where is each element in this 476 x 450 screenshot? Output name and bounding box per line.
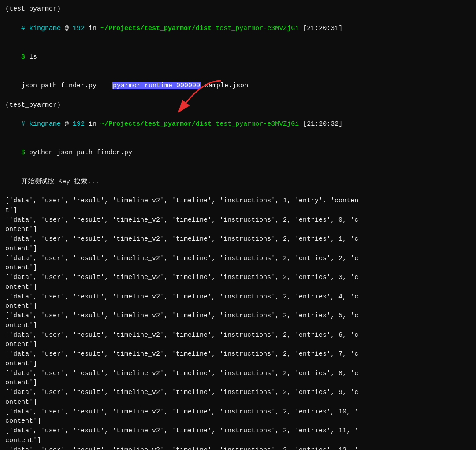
- result-9: ['data', 'user', 'result', 'timeline_v2'…: [5, 369, 471, 379]
- prompt-line-2: # kingname @ 192 in ~/Projects/test_pyar…: [5, 110, 471, 138]
- result-11b: content']: [5, 417, 471, 426]
- search-message: 开始测试按 Key 搜索...: [5, 167, 471, 196]
- result-1: ['data', 'user', 'result', 'timeline_v2'…: [5, 216, 471, 225]
- result-5b: ontent']: [5, 301, 471, 311]
- result-0b: t']: [5, 206, 471, 216]
- result-12: ['data', 'user', 'result', 'timeline_v2'…: [5, 426, 471, 436]
- dollar-1: $: [21, 53, 29, 61]
- result-7b: ontent']: [5, 340, 471, 350]
- result-7: ['data', 'user', 'result', 'timeline_v2'…: [5, 331, 471, 340]
- result-8: ['data', 'user', 'result', 'timeline_v2'…: [5, 350, 471, 359]
- command-line-1: $ ls: [5, 43, 471, 71]
- result-6b: ontent']: [5, 321, 471, 331]
- env-line-1: (test_pyarmor): [5, 4, 471, 14]
- result-13: ['data', 'user', 'result', 'timeline_v2'…: [5, 446, 471, 450]
- env-line-2: (test_pyarmor): [5, 100, 471, 110]
- result-3b: ontent']: [5, 263, 471, 273]
- result-10b: ontent']: [5, 398, 471, 407]
- result-3: ['data', 'user', 'result', 'timeline_v2'…: [5, 254, 471, 264]
- result-2b: ontent']: [5, 244, 471, 254]
- result-0: ['data', 'user', 'result', 'timeline_v2'…: [5, 196, 471, 206]
- prompt-hash-1: # kingname: [21, 25, 61, 32]
- ls-output: json_path_finder.py pyarmor_runtime_0000…: [5, 71, 471, 100]
- result-4: ['data', 'user', 'result', 'timeline_v2'…: [5, 273, 471, 283]
- result-12b: content']: [5, 436, 471, 446]
- result-8b: ontent']: [5, 359, 471, 369]
- result-2: ['data', 'user', 'result', 'timeline_v2'…: [5, 234, 471, 244]
- command-line-2: $ python json_path_finder.py: [5, 139, 471, 167]
- result-9b: ontent']: [5, 378, 471, 388]
- result-10: ['data', 'user', 'result', 'timeline_v2'…: [5, 388, 471, 398]
- terminal: (test_pyarmor) # kingname @ 192 in ~/Pro…: [5, 4, 471, 450]
- result-6: ['data', 'user', 'result', 'timeline_v2'…: [5, 311, 471, 321]
- result-4b: ontent']: [5, 283, 471, 292]
- prompt-line-1: # kingname @ 192 in ~/Projects/test_pyar…: [5, 14, 471, 43]
- result-5: ['data', 'user', 'result', 'timeline_v2'…: [5, 292, 471, 302]
- result-1b: ontent']: [5, 225, 471, 234]
- result-11: ['data', 'user', 'result', 'timeline_v2'…: [5, 407, 471, 417]
